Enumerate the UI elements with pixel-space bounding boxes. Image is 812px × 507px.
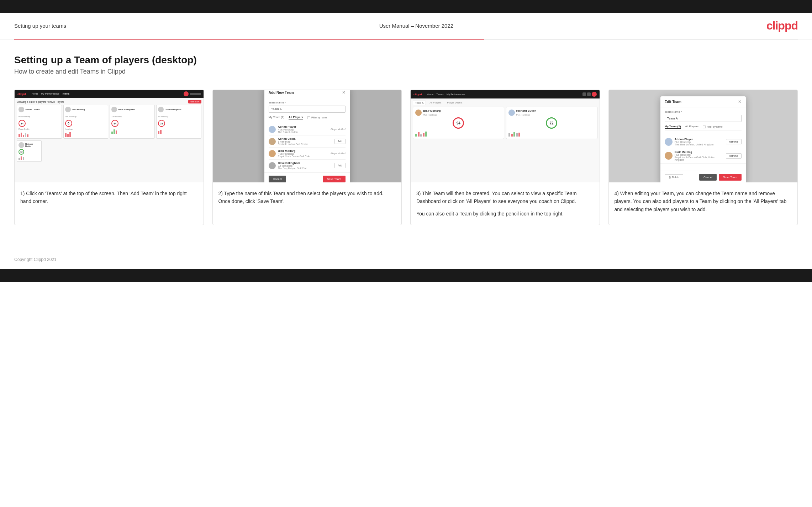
edit-player-2-remove-button[interactable]: Remove [726,153,742,159]
dash-score-72: 72 [546,117,557,129]
modal-tabs: My Team (2) All Players Filter by name [269,116,346,121]
card-1-description: 1) Click on 'Teams' at the top of the sc… [20,191,187,204]
edit-tab-all-players[interactable]: All Players [685,125,698,129]
card-2-description: 2) Type the name of this Team and then s… [218,191,384,204]
modal-player-1: Adrian Player Plus Handicap The Shire Lo… [269,123,346,135]
mock-bars-1 [19,131,60,137]
mock-nav-teams: Teams [62,92,70,95]
edit-tab-my-team[interactable]: My Team (2) [665,125,681,129]
main-content: Setting up a Team of players (desktop) H… [0,40,812,250]
mock-avatar-3 [111,107,117,112]
mock-player-card-5: Richard Butler 72 [17,140,42,162]
player-2-avatar [269,138,276,145]
edit-team-name-input[interactable] [665,115,742,122]
score-94: 94 [111,120,118,127]
player-3-name: Blair McHarg [278,149,310,153]
modal-player-list: Adrian Player Plus Handicap The Shire Lo… [269,123,346,170]
player-2-detail2: Central London Golf Centre [278,143,309,145]
player-4-add-button[interactable]: Add [334,163,345,168]
page-subtitle: How to create and edit Teams in Clippd [14,68,798,75]
player-1-avatar [269,126,276,133]
modal-header: Add New Team ✕ [264,90,350,98]
mock-player-card-2: Blair McHarg Plus Handicap 0 Handicap [63,105,109,139]
card-3-text: 3) This Team will then be created. You c… [411,182,600,225]
player-2-name: Adrian Colba [278,137,309,140]
card-4: Edit Team ✕ Team Name * My Team (2) All … [608,90,798,225]
mock-bars-5 [19,156,40,160]
edit-modal-close-icon[interactable]: ✕ [738,99,742,104]
modal-cancel-button[interactable]: Cancel [269,176,286,182]
player-4-detail2: The Dog Maying Golf Club [278,167,307,170]
mock-add-team-btn: Add Team [188,100,201,103]
delete-team-button[interactable]: 🗑 Delete [665,174,683,180]
edit-save-button[interactable]: Save Team [719,174,742,181]
dash-team-blair: Blair McHarg Plus Handicap 94 [413,107,504,139]
card-1-text: 1) Click on 'Teams' at the top of the sc… [15,182,204,213]
edit-player-2-avatar [665,152,673,160]
mock-nav-home: Home [32,92,38,95]
score-84: 84 [19,120,26,127]
edit-player-2-name: Blair McHarg [675,150,726,154]
mock-page-title: Showing 5 out of 5 players from All Play… [17,101,64,103]
player-4-detail1: 3.5 Handicap [278,165,307,167]
card-3: clippd Home Teams My Performance [410,90,600,225]
dash-team-richard: Richard Butler Plus Handicap 72 [506,107,597,139]
edit-player-1: Adrian Player Plus Handicap The Shire Lo… [660,135,746,148]
modal-player-4: Dave Billingham 3.5 Handicap The Dog May… [269,160,346,170]
edit-cancel-button[interactable]: Cancel [699,174,717,181]
filter-by-name[interactable]: Filter by name [307,116,327,119]
dash-content-3: Team A All Players Player Details Blair … [411,98,600,182]
edit-team-modal: Edit Team ✕ Team Name * My Team (2) All … [660,96,746,182]
edit-player-1-detail1: Plus Handicap [675,141,713,143]
tab-my-team[interactable]: My Team (2) [269,116,284,119]
player-1-name: Adrian Player [278,125,298,128]
card-4-description: 4) When editing your Team, you can chang… [615,191,787,212]
edit-player-2-detail2: Royal North Devon Golf Club, United King… [675,156,726,161]
card-2-screenshot: Add New Team ✕ Team Name * My Team (2) A… [213,90,402,182]
cards-grid: clippd Home My Performance Teams Showing… [14,90,798,225]
mock-bars-4 [158,128,200,134]
player-4-name: Dave Billingham [278,161,307,165]
edit-player-1-remove-button[interactable]: Remove [726,139,742,144]
edit-team-name-label: Team Name * [665,110,742,113]
dash-logo-3: clippd [413,93,422,96]
edit-player-1-avatar [665,138,673,146]
edit-modal-tabs: My Team (2) All Players Filter by name [665,125,742,130]
team-name-input[interactable] [269,106,346,113]
player-3-avatar [269,150,276,157]
mock-logo: clippd [17,92,26,96]
modal-body: Team Name * My Team (2) All Players Filt… [264,98,350,172]
player-3-detail2: Royal North Devon Golf Club [278,155,310,158]
modal-save-button[interactable]: Save Team [323,176,346,182]
card-4-text: 4) When editing your Team, you can chang… [609,182,798,220]
card-1: clippd Home My Performance Teams Showing… [14,90,204,225]
card-2: Add New Team ✕ Team Name * My Team (2) A… [212,90,402,225]
modal-close-icon[interactable]: ✕ [342,90,346,95]
copyright-text: Copyright Clippd 2021 [14,257,57,262]
edit-player-1-detail2: The Shire London, United Kingdom [675,143,713,146]
score-72: 72 [19,149,24,155]
mock-nav-myp: My Performance [41,92,59,95]
tab-all-players[interactable]: All Players [289,116,303,119]
modal-player-2: Adrian Colba 1 Handicap Central London G… [269,135,346,148]
mock-player-card-4: Dave Billingham 3.5 Handicap 78 [156,105,201,139]
mock-content-1: Showing 5 out of 5 players from All Play… [15,98,204,182]
player-1-status: Player Added [331,128,346,130]
edit-player-1-name: Adrian Player [675,138,713,141]
player-2-add-button[interactable]: Add [334,139,345,144]
score-78: 78 [158,120,165,127]
clippd-logo: clippd [766,19,798,32]
mock-bars-3 [111,128,153,134]
player-1-detail1: Plus Handicap [278,128,298,131]
header-manual-title: User Manual – November 2022 [379,23,453,29]
page-title: Setting up a Team of players (desktop) [14,54,798,66]
team-name-label: Team Name * [269,101,346,104]
edit-modal-title: Edit Team [665,100,681,104]
dash-nav-home: Home [427,93,434,96]
dash-teams-grid: Blair McHarg Plus Handicap 94 [413,107,597,139]
edit-filter-by-name[interactable]: Filter by name [703,125,722,129]
mock-avatar-1 [19,107,24,112]
card-3-screenshot: clippd Home Teams My Performance [411,90,600,182]
header: Setting up your teams User Manual – Nove… [0,13,812,39]
dash-nav-myp: My Performance [447,93,465,96]
